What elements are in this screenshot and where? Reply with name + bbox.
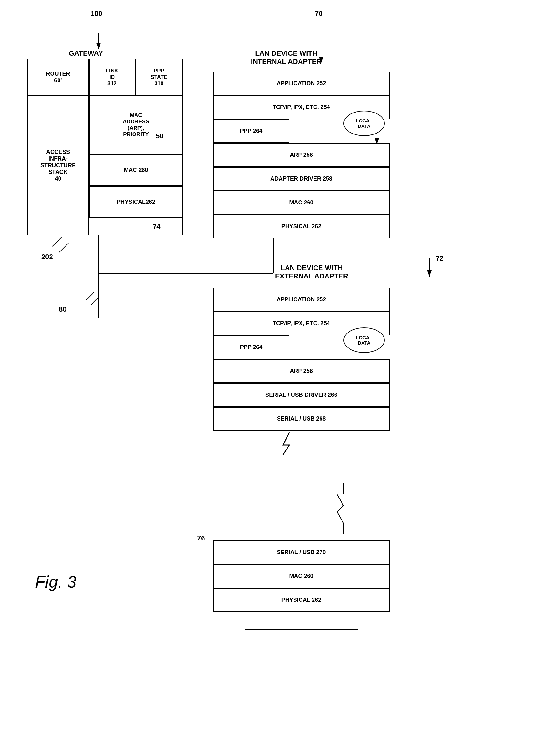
lan-ext-local-data-label: LOCAL DATA <box>356 335 372 346</box>
lan-int-physical-box: PHYSICAL 262 <box>213 215 390 238</box>
svg-line-11 <box>91 297 99 305</box>
ref-72: 72 <box>436 254 443 263</box>
gateway-physical-label: PHYSICAL262 <box>117 199 155 205</box>
ppp-state-label: PPP STATE 310 <box>150 68 167 87</box>
lan-int-ppp-box: PPP 264 <box>213 119 289 143</box>
lan-ext-local-data-oval: LOCAL DATA <box>343 327 385 353</box>
lan-ext-application-box: APPLICATION 252 <box>213 288 390 312</box>
fig-label: Fig. 3 <box>35 572 76 591</box>
access-infra-label: ACCESS INFRA- STRUCTURE STACK 40 <box>40 149 76 182</box>
lan-int-application-label: APPLICATION 252 <box>277 80 326 87</box>
lan-ext-physical-box: PHYSICAL 262 <box>213 588 390 612</box>
lan-ext-serial-usb-driver-label: SERIAL / USB DRIVER 266 <box>265 392 337 398</box>
lan-int-adapter-driver-label: ADAPTER DRIVER 258 <box>270 175 332 182</box>
lan-int-tcpip-label: TCP/IP, IPX, ETC. 254 <box>273 104 330 111</box>
lan-int-mac-label: MAC 260 <box>289 199 313 206</box>
link-id-box: LINK ID 312 <box>89 59 135 95</box>
gateway-mac-label: MAC 260 <box>124 167 148 174</box>
ref-70: 70 <box>315 10 322 18</box>
lan-external-title: LAN DEVICE WITH EXTERNAL ADAPTER <box>223 264 401 280</box>
ref-202: 202 <box>41 253 53 261</box>
lan-ext-serial-usb-label: SERIAL / USB 268 <box>277 416 326 422</box>
link-id-label: LINK ID 312 <box>106 68 119 87</box>
ref-80: 80 <box>59 305 66 313</box>
lan-int-local-data-oval: LOCAL DATA <box>343 111 385 136</box>
svg-line-18 <box>52 237 62 246</box>
ref-76: 76 <box>197 534 205 542</box>
svg-line-10 <box>86 292 94 300</box>
lan-int-application-box: APPLICATION 252 <box>213 72 390 95</box>
lan-int-arp-box: ARP 256 <box>213 143 390 167</box>
lan-int-local-data-label: LOCAL DATA <box>356 118 372 129</box>
mac-address-label: MAC ADDRESS (ARP), PRIORITY <box>123 112 149 138</box>
ref-50: 50 <box>156 132 163 140</box>
lan-int-arp-label: ARP 256 <box>290 152 313 158</box>
lan-ext-serial-usb2-label: SERIAL / USB 270 <box>277 549 326 556</box>
ppp-state-box: PPP STATE 310 <box>135 59 183 95</box>
lan-int-ppp-label: PPP 264 <box>240 128 263 134</box>
lan-ext-serial-usb-driver-box: SERIAL / USB DRIVER 266 <box>213 383 390 407</box>
router-label: ROUTER 60' <box>46 71 70 84</box>
lan-internal-title: LAN DEVICE WITH INTERNAL ADAPTER <box>223 49 350 66</box>
lan-ext-mac-label: MAC 260 <box>289 573 313 580</box>
lightning-bolt <box>277 431 302 456</box>
lan-ext-physical-label: PHYSICAL 262 <box>281 597 321 603</box>
lan-ext-mac-box: MAC 260 <box>213 564 390 588</box>
gateway-physical-box: PHYSICAL262 <box>89 186 183 218</box>
ref-74: 74 <box>153 223 160 231</box>
lan-ext-serial-usb2-box: SERIAL / USB 270 <box>213 540 390 564</box>
access-infra-box: ACCESS INFRA- STRUCTURE STACK 40 <box>27 95 89 235</box>
ref-100: 100 <box>91 10 102 18</box>
lan-ext-application-label: APPLICATION 252 <box>277 296 326 303</box>
lan-int-mac-box: MAC 260 <box>213 191 390 215</box>
lan-int-adapter-driver-box: ADAPTER DRIVER 258 <box>213 167 390 191</box>
bottom-connection-line <box>213 612 390 631</box>
router-box: ROUTER 60' <box>27 59 89 95</box>
lan-ext-ppp-box: PPP 264 <box>213 335 289 359</box>
lan-ext-ppp-label: PPP 264 <box>240 344 263 351</box>
lan-ext-serial-usb-box: SERIAL / USB 268 <box>213 407 390 431</box>
gateway-title: GATEWAY <box>41 49 130 58</box>
diagram: 100 GATEWAY ROUTER 60' LINK ID 312 PPP S… <box>0 0 546 756</box>
lan-int-physical-label: PHYSICAL 262 <box>281 223 321 230</box>
gateway-mac-box: MAC 260 <box>89 154 183 186</box>
mac-address-box: MAC ADDRESS (ARP), PRIORITY <box>89 95 183 154</box>
lan-ext-tcpip-label: TCP/IP, IPX, ETC. 254 <box>273 320 330 327</box>
lan-ext-arp-box: ARP 256 <box>213 359 390 383</box>
svg-line-19 <box>59 243 68 253</box>
lan-ext-arp-label: ARP 256 <box>290 368 313 375</box>
